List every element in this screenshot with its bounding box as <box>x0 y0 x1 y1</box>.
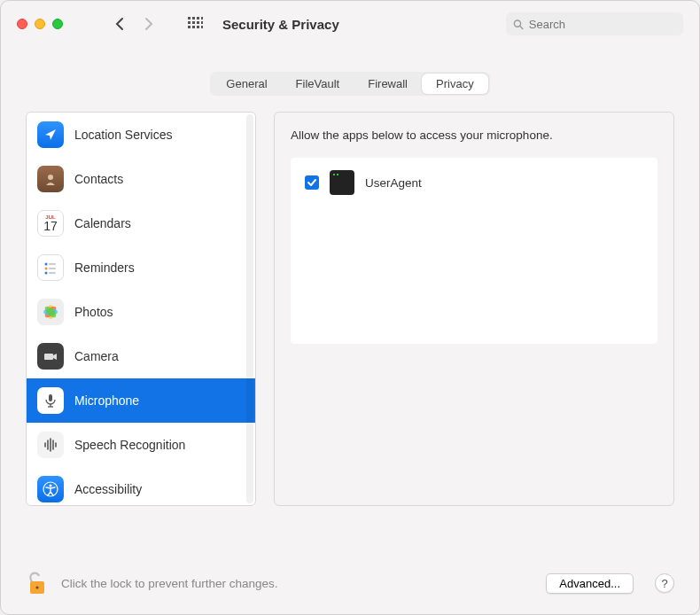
tabs-row: General FileVault Firewall Privacy <box>1 47 699 96</box>
unlocked-lock-icon <box>26 570 49 596</box>
titlebar: Security & Privacy <box>1 1 699 47</box>
sidebar-item-camera[interactable]: Camera <box>27 334 255 378</box>
svg-rect-11 <box>201 26 203 28</box>
svg-point-38 <box>35 586 38 588</box>
sidebar-item-contacts[interactable]: Contacts <box>27 157 255 201</box>
lock-button[interactable] <box>26 570 49 596</box>
photos-icon <box>37 299 64 325</box>
search-input[interactable] <box>529 18 676 31</box>
contacts-icon <box>37 166 64 192</box>
app-row[interactable]: UserAgent <box>301 167 647 199</box>
sidebar-item-label: Photos <box>74 305 113 319</box>
svg-rect-8 <box>188 26 191 28</box>
sidebar-item-label: Reminders <box>74 261 135 275</box>
sidebar-item-location-services[interactable]: Location Services <box>27 113 255 157</box>
sidebar-scrollbar[interactable] <box>246 114 253 503</box>
svg-point-17 <box>45 268 48 270</box>
app-list: UserAgent <box>291 158 657 344</box>
svg-rect-26 <box>49 394 52 401</box>
camera-icon <box>37 343 64 370</box>
svg-rect-25 <box>44 354 53 360</box>
sidebar-item-accessibility[interactable]: Accessibility <box>27 467 255 505</box>
svg-rect-9 <box>192 26 195 28</box>
svg-rect-4 <box>188 21 191 24</box>
main-description: Allow the apps below to access your micr… <box>291 128 657 142</box>
preferences-window: Security & Privacy General FileVault Fir… <box>0 0 700 615</box>
svg-rect-10 <box>197 26 199 28</box>
sidebar-item-photos[interactable]: Photos <box>27 290 255 334</box>
grid-icon <box>188 17 203 32</box>
svg-rect-6 <box>197 21 199 24</box>
main-panel: Allow the apps below to access your micr… <box>274 112 674 506</box>
check-icon <box>307 177 317 188</box>
svg-rect-16 <box>49 263 56 265</box>
back-button[interactable] <box>109 14 128 34</box>
svg-point-35 <box>49 484 51 487</box>
close-window-button[interactable] <box>17 19 27 29</box>
tab-privacy[interactable]: Privacy <box>422 74 488 94</box>
app-name: UserAgent <box>365 176 422 190</box>
svg-rect-1 <box>192 17 195 19</box>
sidebar-item-reminders[interactable]: Reminders <box>27 245 255 290</box>
sidebar-item-label: Contacts <box>74 172 123 186</box>
sidebar-item-label: Speech Recognition <box>74 438 185 452</box>
show-all-button[interactable] <box>185 14 205 34</box>
svg-rect-7 <box>201 21 203 24</box>
zoom-window-button[interactable] <box>52 19 63 29</box>
calendar-icon: JUL 17 <box>37 210 64 237</box>
sidebar-item-label: Location Services <box>74 128 173 142</box>
svg-rect-0 <box>188 17 191 19</box>
sidebar-item-label: Accessibility <box>74 482 142 496</box>
chevron-right-icon <box>144 17 154 31</box>
app-checkbox[interactable] <box>305 175 319 190</box>
svg-rect-5 <box>192 21 195 24</box>
svg-point-14 <box>48 175 53 180</box>
window-title: Security & Privacy <box>222 17 339 32</box>
sidebar-item-microphone[interactable]: Microphone <box>27 378 255 423</box>
search-icon <box>513 19 524 30</box>
footer: Click the lock to prevent further change… <box>1 552 699 614</box>
sidebar-item-label: Camera <box>74 349 119 363</box>
svg-point-15 <box>45 263 48 266</box>
svg-line-13 <box>520 26 523 28</box>
sidebar: Location Services Contacts JUL 17 Calend… <box>26 112 256 506</box>
svg-rect-20 <box>49 272 56 274</box>
reminders-icon <box>37 254 64 281</box>
tab-firewall[interactable]: Firewall <box>354 74 422 94</box>
lock-text: Click the lock to prevent further change… <box>61 577 278 590</box>
chevron-left-icon <box>114 17 124 31</box>
tab-general[interactable]: General <box>212 74 281 94</box>
svg-rect-2 <box>197 17 199 19</box>
calendar-day: 17 <box>43 220 58 232</box>
location-arrow-icon <box>37 121 64 148</box>
help-button[interactable]: ? <box>655 573 674 593</box>
search-field[interactable] <box>506 12 683 35</box>
svg-point-19 <box>45 272 48 275</box>
sidebar-item-label: Calendars <box>74 216 131 230</box>
forward-button[interactable] <box>139 14 159 34</box>
sidebar-item-calendars[interactable]: JUL 17 Calendars <box>27 201 255 245</box>
accessibility-icon <box>37 476 64 502</box>
minimize-window-button[interactable] <box>35 19 45 29</box>
svg-rect-3 <box>201 17 203 19</box>
tabs: General FileVault Firewall Privacy <box>210 72 489 96</box>
content-area: Location Services Contacts JUL 17 Calend… <box>1 96 699 552</box>
advanced-button[interactable]: Advanced... <box>546 573 634 594</box>
terminal-app-icon <box>330 170 354 195</box>
sidebar-item-label: Microphone <box>74 393 139 408</box>
microphone-icon <box>37 387 64 414</box>
svg-rect-18 <box>49 268 56 269</box>
tab-filevault[interactable]: FileVault <box>282 74 354 94</box>
nav-buttons <box>109 14 159 34</box>
sidebar-item-speech-recognition[interactable]: Speech Recognition <box>27 423 255 467</box>
speech-icon <box>37 432 64 458</box>
traffic-lights <box>17 19 63 29</box>
